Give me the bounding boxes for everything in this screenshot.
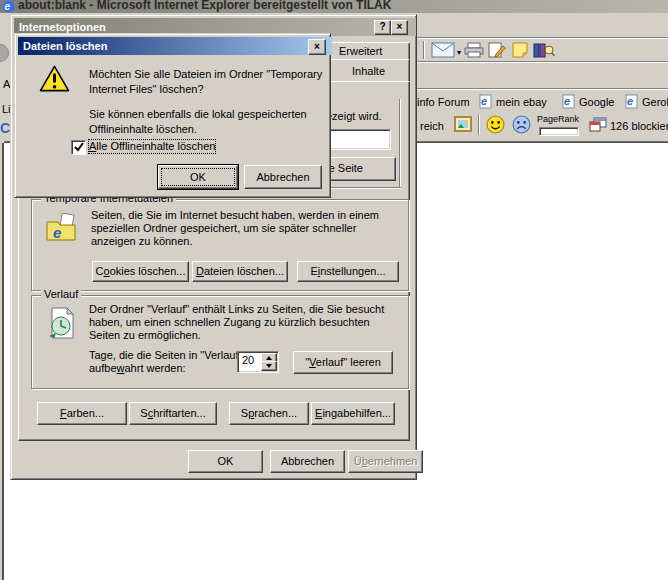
svg-text:e: e	[5, 1, 11, 12]
delete-cookies-button[interactable]: Cookies löschen...	[92, 261, 189, 282]
tab-label: Inhalte	[352, 65, 385, 78]
button-label: Farben...	[60, 407, 104, 420]
homepage-groupbox-right	[399, 99, 401, 189]
options-title: Internetoptionen	[19, 21, 106, 34]
button-label: Sprachen...	[241, 407, 297, 420]
offline-content-checkbox-label[interactable]: Alle Offlineinhalte löschen	[89, 140, 215, 153]
temp-files-icon: e	[46, 213, 78, 246]
homepage-text-fragment: ezeigt wird.	[326, 110, 382, 123]
alert-message-1: Möchten Sie alle Dateien im Ordner "Temp…	[89, 67, 322, 97]
ie-page-icon: e	[561, 94, 575, 112]
history-days-spinner[interactable]: 20	[237, 351, 279, 373]
toolbar-separator	[415, 37, 668, 39]
spinner-down-button[interactable]	[261, 361, 277, 371]
ie-page-icon: e	[478, 94, 492, 112]
browser-title: about:blank - Microsoft Internet Explore…	[18, 0, 391, 12]
picture-icon[interactable]	[454, 116, 472, 135]
offline-content-checkbox[interactable]	[71, 140, 86, 155]
button-label: Cookies löschen...	[96, 265, 186, 278]
warning-icon	[39, 64, 70, 96]
accessibility-button[interactable]: Eingabehilfen...	[311, 402, 395, 425]
delete-files-alert: Dateien löschen × Möchten Sie alle Datei…	[14, 33, 331, 198]
svg-text:e: e	[53, 224, 61, 241]
history-description: Der Ordner "Verlauf" enthält Links zu Se…	[89, 303, 384, 342]
ie-page-icon: e	[624, 94, 638, 112]
sad-smiley-icon[interactable]	[512, 115, 531, 137]
apply-button[interactable]: Übernehmen	[348, 450, 423, 473]
edit-icon[interactable]	[488, 42, 507, 61]
ok-button[interactable]: OK	[188, 450, 263, 473]
alert-message-2: Sie können ebenfalls die lokal gespeiche…	[89, 107, 307, 137]
fonts-button[interactable]: Schriftarten...	[129, 402, 217, 425]
button-label: Abbrechen	[256, 171, 309, 184]
button-label: Abbrechen	[281, 455, 334, 468]
alert-title: Dateien löschen	[23, 40, 107, 53]
browser-titlebar[interactable]: e about:blank - Microsoft Internet Explo…	[0, 0, 668, 13]
pagerank-label: PageRank	[537, 114, 579, 124]
history-days-value: 20	[242, 354, 254, 367]
toolbar-divider	[478, 115, 480, 135]
button-label: Eingabehilfen...	[315, 407, 391, 420]
tab-label: Erweitert	[339, 45, 382, 58]
happy-smiley-icon[interactable]	[486, 115, 505, 137]
colors-button[interactable]: Farben...	[37, 402, 127, 425]
toolbar-text-fragment: reich	[420, 120, 444, 133]
link-item-google[interactable]: Google	[579, 96, 614, 109]
history-group-title: Verlauf	[41, 288, 81, 301]
button-label: Schriftarten...	[140, 407, 205, 420]
pagerank-bar	[539, 127, 579, 136]
library-icon[interactable]	[533, 42, 555, 61]
popup-blocker-icon[interactable]	[589, 117, 607, 135]
languages-button[interactable]: Sprachen...	[229, 402, 309, 425]
mail-dropdown-icon[interactable]: ▾	[457, 46, 461, 59]
settings-button[interactable]: Einstellungen...	[297, 261, 399, 282]
temp-files-description: Seiten, die Sie im Internet besucht habe…	[91, 209, 379, 248]
desktop: e about:blank - Microsoft Internet Explo…	[0, 0, 668, 580]
history-days-label: Tage, die die Seiten in "Verlauf" aufbew…	[89, 349, 242, 375]
clear-history-button[interactable]: "Verlauf" leeren	[293, 351, 393, 374]
addressbar-separator	[415, 61, 668, 63]
svg-text:e: e	[481, 95, 487, 107]
link-item-info-forum[interactable]: info Forum	[417, 96, 470, 109]
link-item-mein-ebay[interactable]: mein ebay	[496, 96, 547, 109]
delete-files-button[interactable]: Dateien löschen...	[192, 261, 288, 282]
back-button-fragment[interactable]	[0, 44, 9, 62]
link-item-gerol[interactable]: Gerol	[642, 96, 668, 109]
alert-titlebar[interactable]: Dateien löschen	[18, 37, 332, 55]
button-label: Dateien löschen...	[196, 265, 284, 278]
button-label: "Verlauf" leeren	[305, 356, 381, 369]
partial-toolbar-icon: C	[0, 122, 10, 135]
button-label: OK	[190, 171, 206, 184]
ie-logo-icon: e	[2, 0, 15, 13]
print-icon[interactable]	[464, 42, 484, 61]
alert-cancel-button[interactable]: Abbrechen	[244, 165, 322, 189]
note-icon[interactable]	[512, 42, 528, 61]
help-button[interactable]: ?	[374, 20, 391, 35]
mail-icon[interactable]	[431, 42, 455, 61]
svg-text:e: e	[564, 95, 570, 107]
button-label: Übernehmen	[354, 455, 418, 468]
popup-blocked-count: 126 blockiert	[610, 120, 668, 133]
button-label: OK	[218, 455, 234, 468]
linksbar-separator	[415, 88, 668, 90]
svg-text:e: e	[627, 95, 633, 107]
history-icon	[47, 307, 77, 342]
alert-close-button[interactable]: ×	[308, 39, 326, 55]
toolbar-divider	[423, 41, 425, 59]
close-button[interactable]: ×	[391, 20, 408, 35]
cancel-button[interactable]: Abbrechen	[270, 450, 345, 473]
button-label: Einstellungen...	[310, 265, 385, 278]
alert-ok-button[interactable]: OK	[158, 165, 238, 189]
